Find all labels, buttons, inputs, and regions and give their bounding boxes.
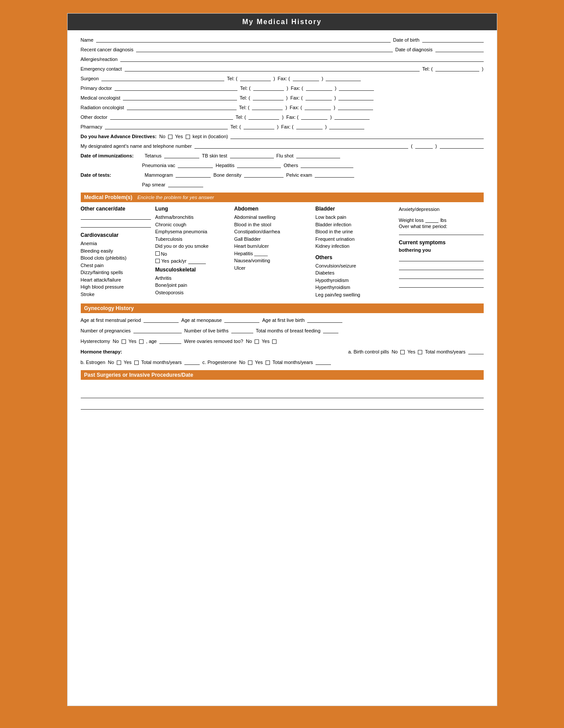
- diag-date-field[interactable]: [435, 46, 484, 52]
- other-fax2-field[interactable]: [334, 114, 370, 120]
- progesterone-no-checkbox[interactable]: [248, 360, 252, 365]
- breast-feeding-field[interactable]: [323, 327, 338, 333]
- med-onco-fax2-field[interactable]: [338, 94, 374, 100]
- med-onco-fax-field[interactable]: [305, 94, 332, 100]
- estrogen-yes-checkbox[interactable]: [134, 360, 139, 365]
- ovaries-yes-checkbox[interactable]: [272, 339, 277, 344]
- other-fax-field[interactable]: [301, 114, 327, 120]
- pharmacy-fax-field[interactable]: [296, 123, 323, 129]
- primary-fax-field[interactable]: [306, 85, 332, 91]
- estrogen-no-checkbox[interactable]: [117, 360, 121, 365]
- hyst-yes-checkbox[interactable]: [139, 339, 144, 344]
- other-doctor-field[interactable]: [110, 114, 233, 120]
- rad-onco-fax-field[interactable]: [305, 104, 331, 110]
- live-births-label: Number of live births: [184, 328, 229, 333]
- emergency-tel-field[interactable]: [435, 65, 479, 71]
- surgery-line2[interactable]: [81, 403, 484, 410]
- pharmacy-field[interactable]: [105, 123, 228, 129]
- tests-row2: Pap smear: [142, 181, 484, 187]
- surgery-line1[interactable]: [81, 392, 484, 398]
- smoke-no-row: No: [155, 251, 230, 257]
- immunizations-label: Date of immunizations:: [81, 153, 142, 158]
- cancer-line1[interactable]: [81, 214, 151, 220]
- cancer-line2[interactable]: [81, 221, 151, 228]
- bc-total-months-field[interactable]: [468, 348, 484, 354]
- progesterone-total-months-label: Total months/years: [273, 360, 313, 365]
- symptoms-line4[interactable]: [399, 282, 484, 288]
- pelvic-exam-field[interactable]: [315, 171, 354, 178]
- menstrual-field[interactable]: [144, 317, 179, 323]
- rad-onco-fax2-field[interactable]: [338, 104, 373, 110]
- agent-phone[interactable]: [440, 143, 484, 149]
- medical-problems-title: Medical Problem(s): [84, 194, 133, 200]
- progesterone-yes-checkbox[interactable]: [266, 360, 270, 365]
- tetanus-field[interactable]: [164, 152, 199, 158]
- pneumonia-field[interactable]: [178, 162, 213, 168]
- emergency-field[interactable]: [125, 65, 420, 71]
- tb-skin-field[interactable]: [230, 152, 274, 158]
- hyst-no-checkbox[interactable]: [122, 339, 126, 344]
- bladder-infection-item: Bladder infection: [316, 221, 395, 228]
- immunizations-row1: Date of immunizations: Tetanus TB skin t…: [81, 152, 484, 158]
- pap-smear-label: Pap smear: [142, 182, 165, 187]
- menopause-field[interactable]: [224, 317, 259, 323]
- med-onco-tel-field[interactable]: [253, 94, 284, 100]
- chest-pain-item: Chest pain: [81, 262, 151, 269]
- primary-fax2-field[interactable]: [339, 85, 374, 91]
- designated-agent-row: My designated agent's name and telephone…: [81, 143, 484, 149]
- surgeon-field[interactable]: [101, 75, 224, 81]
- rad-onco-tel-field[interactable]: [252, 104, 283, 110]
- surgeon-fax2-field[interactable]: [326, 75, 361, 81]
- smoke-yes-checkbox[interactable]: [155, 259, 160, 263]
- estrogen-total-months-field[interactable]: [184, 359, 200, 365]
- kept-location-field[interactable]: [230, 133, 483, 139]
- allergies-field[interactable]: [120, 56, 484, 62]
- hepatitis-field[interactable]: [237, 162, 281, 168]
- pregnancies-field[interactable]: [133, 327, 182, 333]
- pharmacy-tel-field[interactable]: [244, 123, 274, 129]
- weight-loss-field[interactable]: [425, 217, 438, 223]
- primary-tel-field[interactable]: [253, 85, 284, 91]
- rad-oncologist-field[interactable]: [127, 104, 237, 110]
- surgeon-label: Surgeon: [81, 76, 99, 81]
- first-live-birth-label: Age at first live birth: [262, 318, 305, 323]
- agent-area-code[interactable]: [415, 143, 433, 149]
- bone-density-field[interactable]: [244, 171, 284, 178]
- med-oncologist-field[interactable]: [123, 94, 237, 100]
- gall-bladder-item: Gall Bladder: [234, 236, 311, 243]
- agent-name-field[interactable]: [194, 143, 408, 149]
- mammogram-field[interactable]: [176, 171, 211, 178]
- others-imm-field[interactable]: [301, 162, 353, 168]
- advance-yes-checkbox[interactable]: [186, 135, 190, 139]
- pap-smear-field[interactable]: [168, 181, 203, 187]
- flu-shot-field[interactable]: [296, 152, 340, 158]
- ovaries-no-checkbox[interactable]: [255, 339, 259, 344]
- pharmacy-fax2-field[interactable]: [329, 123, 364, 129]
- tests-section: Date of tests: Mammogram Bone density Pe…: [81, 171, 484, 187]
- bc-yes-checkbox[interactable]: [418, 350, 422, 354]
- cancer-row: Recent cancer diagnosis Date of diagnosi…: [81, 46, 484, 52]
- hyst-age-field[interactable]: [159, 338, 181, 344]
- other-tel-field[interactable]: [248, 114, 279, 120]
- hepatitis-med-item: Hepatitis _____: [234, 250, 311, 257]
- primary-doctor-field[interactable]: [115, 85, 237, 91]
- surgeon-fax-field[interactable]: [293, 75, 319, 81]
- gyn-header: Gynecology History: [81, 303, 484, 313]
- symptoms-line2[interactable]: [399, 264, 484, 270]
- live-births-field[interactable]: [231, 327, 253, 333]
- name-field[interactable]: [96, 36, 391, 43]
- smoke-no-checkbox[interactable]: [155, 251, 160, 256]
- cancer-field[interactable]: [136, 46, 393, 52]
- over-time-field[interactable]: [399, 229, 484, 235]
- bc-no-checkbox[interactable]: [400, 350, 405, 354]
- med-oncologist-label: Medical oncologist: [81, 95, 121, 100]
- dob-field[interactable]: [422, 36, 484, 43]
- symptoms-line1[interactable]: [399, 255, 484, 261]
- advance-no-checkbox[interactable]: [168, 135, 172, 139]
- progesterone-total-months-field[interactable]: [316, 359, 331, 365]
- first-live-birth-field[interactable]: [307, 317, 342, 323]
- surgeon-tel-field[interactable]: [240, 75, 271, 81]
- pack-yr-field[interactable]: [188, 258, 206, 264]
- symptoms-line3[interactable]: [399, 273, 484, 279]
- nausea-item: Nausea/vomiting: [234, 257, 311, 264]
